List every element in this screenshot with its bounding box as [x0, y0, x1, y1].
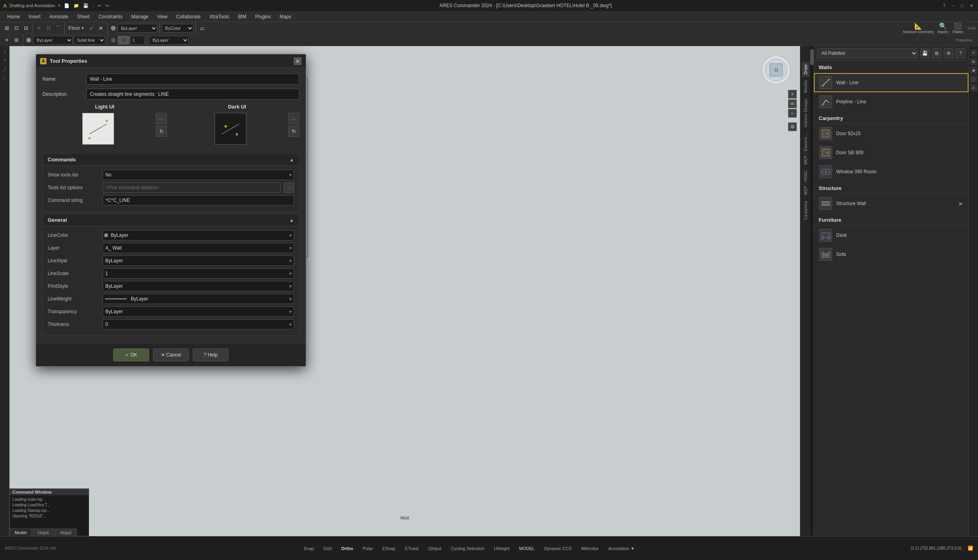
line-style-select[interactable]: ByLayer: [103, 256, 294, 266]
status-dynamic-ccs[interactable]: Dynamic CCS: [542, 545, 574, 552]
viewcube[interactable]: ⬡: [760, 54, 792, 86]
left-icon-2[interactable]: ⌖: [1, 56, 9, 64]
restore-btn[interactable]: □: [959, 3, 965, 8]
menu-home[interactable]: Home: [3, 13, 24, 21]
status-amonitor[interactable]: AMonitor: [579, 545, 601, 552]
ok-button[interactable]: ✓ OK: [113, 349, 149, 361]
toolbar-new[interactable]: 📄: [63, 3, 70, 8]
vtab-mep-electric[interactable]: MEP - Electric...: [802, 130, 810, 167]
palette-scrollbar[interactable]: [810, 46, 813, 536]
bycolor-select[interactable]: ByColor: [162, 24, 194, 33]
vtab-carpentry[interactable]: Carpentry: [802, 198, 810, 222]
palette-item-door-sb900[interactable]: Door SB 900: [814, 143, 968, 162]
layer-select[interactable]: A_ Wall: [103, 243, 294, 253]
bylayer-select3[interactable]: ByLayer: [149, 36, 189, 45]
right-strip-icon2[interactable]: ⊞: [970, 58, 977, 65]
toolbar-open[interactable]: 📁: [73, 3, 80, 8]
left-icon-rect[interactable]: □: [1, 74, 9, 82]
thickness-select[interactable]: 0: [103, 319, 294, 329]
print-style-select[interactable]: ByLayer: [103, 281, 294, 291]
palette-help-btn[interactable]: ?: [956, 48, 965, 58]
palette-item-sofa[interactable]: Sofa: [814, 245, 968, 264]
vtab-mep-hvac[interactable]: MEP - HVAC: [802, 168, 810, 197]
zoom-out-btn[interactable]: −: [788, 109, 797, 118]
show-tools-list-select[interactable]: No Yes: [103, 170, 294, 180]
toolbar-checkmark[interactable]: ✓: [87, 24, 96, 33]
left-icon-1[interactable]: ⟨: [1, 48, 9, 56]
zoom-in-btn[interactable]: +: [788, 90, 797, 99]
palette-settings-btn[interactable]: ⚙: [944, 48, 953, 58]
help-button[interactable]: ? Help: [193, 349, 229, 361]
cancel-button[interactable]: ✕ Cancel: [153, 349, 189, 361]
menu-bim[interactable]: BIM: [234, 13, 250, 21]
palette-item-structure-wall[interactable]: Structure Wall ▶: [814, 194, 968, 213]
tb2-icon1[interactable]: ≡: [2, 36, 11, 45]
measure-geometry-btn[interactable]: 📐 Measure Geometry: [903, 22, 933, 34]
tab-hoja2[interactable]: Hoja2: [55, 529, 77, 536]
menu-view[interactable]: View: [153, 13, 172, 21]
status-snap[interactable]: Snap: [301, 545, 316, 552]
status-model[interactable]: MODEL: [517, 545, 537, 552]
right-strip-icon3[interactable]: ◉: [970, 67, 977, 74]
status-esnap[interactable]: ESnap: [380, 545, 398, 552]
menu-constraints[interactable]: Constraints: [94, 13, 126, 21]
properties-panels-btn[interactable]: ⚏: [198, 24, 207, 33]
menu-annotate[interactable]: Annotate: [45, 13, 72, 21]
description-input[interactable]: [86, 89, 299, 100]
undo-btn[interactable]: ↩: [97, 3, 102, 8]
tools-list-options-btn[interactable]: ···: [284, 182, 294, 193]
menu-maps[interactable]: Maps: [275, 13, 295, 21]
close-btn[interactable]: ✕: [968, 3, 975, 8]
redo-btn[interactable]: ↪: [105, 3, 110, 8]
toolbar-icon-3[interactable]: ⊟: [21, 24, 30, 33]
name-input[interactable]: [86, 74, 299, 85]
toolbar-x-mark[interactable]: ✕: [97, 24, 105, 33]
dark-refresh-btn[interactable]: ↻: [288, 126, 299, 137]
minimize-btn[interactable]: −: [950, 3, 956, 8]
line-scale-select[interactable]: 1: [103, 268, 294, 279]
palette-save-btn[interactable]: 💾: [920, 48, 930, 58]
toolbar-icon-2[interactable]: ⊡: [12, 24, 21, 33]
palette-item-door-92x15[interactable]: Door 92x15: [814, 124, 968, 143]
menu-plugins[interactable]: Plugins: [251, 13, 275, 21]
line-number-input[interactable]: [130, 36, 145, 45]
vtab-modify[interactable]: Modify: [802, 78, 810, 95]
status-etrack[interactable]: ETrack: [403, 545, 421, 552]
right-strip-icon5[interactable]: A: [970, 84, 977, 91]
vtab-draw[interactable]: Draw: [802, 62, 810, 77]
menu-collaborate[interactable]: Collaborate: [172, 13, 204, 21]
help-icon[interactable]: ?: [941, 3, 947, 8]
general-section-header[interactable]: General ▲: [43, 214, 299, 226]
menu-insert[interactable]: Insert: [25, 13, 45, 21]
tab-hoja1[interactable]: Hoja1: [33, 529, 54, 536]
line-weight-select[interactable]: ByLayer: [103, 294, 294, 304]
solid-line-select[interactable]: Solid line: [74, 36, 105, 45]
menu-sheet[interactable]: Sheet: [73, 13, 93, 21]
light-more-btn[interactable]: ···: [156, 113, 167, 124]
palette-item-desk[interactable]: Desk: [814, 226, 968, 245]
toolbar-icon-4[interactable]: ○: [35, 24, 43, 33]
right-strip-icon4[interactable]: ⬚: [970, 76, 977, 83]
tb2-icon3[interactable]: ⬛: [118, 36, 130, 45]
toolbar-icon-6[interactable]: ⌒: [54, 24, 62, 33]
palette-item-wall-line[interactable]: Wall - Line: [814, 73, 968, 92]
line-color-select[interactable]: ByLayer: [103, 230, 294, 240]
bylayer-select[interactable]: ByLayer: [118, 24, 157, 33]
toolbar-icon-1[interactable]: ⊞: [2, 24, 11, 33]
palette-item-polyline-line[interactable]: Polyline - Line: [814, 92, 968, 111]
flatten-btn[interactable]: ⬛ Flatten: [952, 22, 963, 34]
palette-select[interactable]: All Palettes: [817, 48, 918, 58]
inquiry-btn[interactable]: 🔍 Inquiry: [937, 22, 948, 34]
tab-model[interactable]: Model: [10, 529, 32, 536]
palette-grid-btn[interactable]: ⊞: [932, 48, 941, 58]
status-ortho[interactable]: Ortho: [339, 545, 355, 552]
status-annotation[interactable]: Annotation ▼: [606, 545, 637, 552]
zoom-90-btn[interactable]: 90: [788, 99, 797, 108]
palette-item-window-390[interactable]: Window 390 Room: [814, 162, 968, 181]
toolbar-icon-5[interactable]: □: [44, 24, 53, 33]
tools-list-options-input[interactable]: [103, 182, 281, 193]
menu-manage[interactable]: Manage: [127, 13, 152, 21]
right-strip-icon1[interactable]: ≡: [970, 49, 977, 56]
dialog-close-btn[interactable]: ✕: [294, 57, 302, 65]
status-polar[interactable]: Polar: [360, 545, 375, 552]
